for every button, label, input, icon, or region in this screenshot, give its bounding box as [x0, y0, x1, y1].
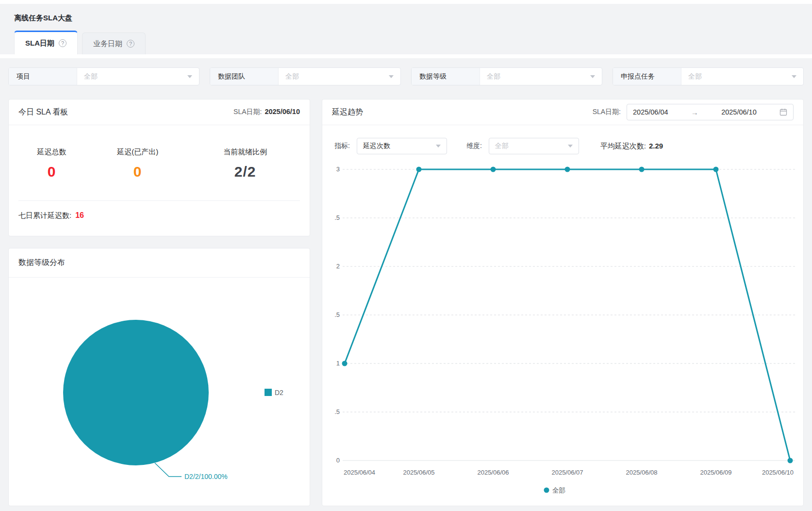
filter-report-task-label: 申报点任务	[613, 68, 681, 85]
filter-data-team-value: 全部	[285, 72, 299, 81]
seven-day-delay: 七日累计延迟数: 16	[9, 201, 310, 230]
y-axis-tick-label: .5	[334, 408, 340, 415]
chevron-down-icon	[590, 75, 595, 78]
stat-value: 0	[9, 164, 95, 180]
sla-date-label: SLA日期:	[233, 108, 262, 115]
filter-report-task-value: 全部	[688, 72, 702, 81]
date-range-picker[interactable]: 2025/06/04 → 2025/06/10	[627, 104, 794, 120]
filter-data-level-value: 全部	[487, 72, 500, 81]
metric-value: 延迟次数	[363, 142, 390, 150]
x-axis-tick-label: 2025/06/04	[344, 469, 375, 476]
distribution-card-title: 数据等级分布	[18, 258, 65, 268]
tab-business-date[interactable]: 业务日期 ?	[82, 33, 146, 54]
stat-total-delay: 延迟总数 0	[9, 148, 95, 180]
stat-delay-produced: 延迟(已产出) 0	[95, 148, 181, 180]
tab-business-date-label: 业务日期	[93, 39, 122, 49]
filter-data-team-select[interactable]: 全部	[279, 68, 400, 85]
pie-legend-label: D2	[275, 389, 283, 396]
filter-data-level-select[interactable]: 全部	[480, 68, 602, 85]
pie-slice-label: D2/2/100.00%	[184, 473, 228, 480]
stat-value: 2/2	[181, 164, 310, 180]
filter-project-label: 项目	[9, 68, 77, 85]
average-delay-value: 2.29	[649, 142, 663, 150]
stat-label: 延迟总数	[9, 148, 95, 157]
delay-trend-line-chart: 3.52.51.502025/06/042025/06/052025/06/06…	[322, 161, 803, 507]
data-point[interactable]	[491, 167, 496, 172]
chevron-down-icon	[436, 145, 441, 148]
y-axis-tick-label: .5	[334, 311, 340, 318]
y-axis-tick-label: 3	[336, 165, 340, 173]
x-axis-tick-label: 2025/06/08	[626, 469, 657, 476]
data-point[interactable]	[565, 167, 570, 172]
arrow-right-icon: →	[691, 108, 698, 116]
stat-label: 延迟(已产出)	[95, 148, 181, 157]
trend-controls: 指标: 延迟次数 维度: 全部 平均延迟次数:2.29	[322, 125, 803, 154]
today-sla-card: 今日 SLA 看板 SLA日期:2025/06/10 延迟总数 0 延迟(已产出…	[8, 99, 310, 236]
y-axis-tick-label: .5	[334, 214, 340, 221]
metric-select[interactable]: 延迟次数	[357, 138, 447, 154]
y-axis-tick-label: 2	[336, 263, 340, 270]
trend-card-title: 延迟趋势	[332, 107, 363, 117]
filter-report-task-select[interactable]: 全部	[681, 68, 803, 85]
calendar-icon[interactable]	[779, 108, 787, 116]
filter-data-level-label: 数据等级	[412, 68, 480, 85]
filter-data-level: 数据等级 全部	[411, 67, 602, 85]
data-point[interactable]	[416, 167, 422, 172]
pie-label-leader-line	[155, 463, 182, 477]
x-axis-tick-label: 2025/06/05	[403, 469, 434, 476]
data-point[interactable]	[639, 167, 645, 172]
top-strip	[0, 0, 812, 4]
x-axis-tick-label: 2025/06/10	[762, 469, 794, 476]
date-range-start[interactable]: 2025/06/04	[633, 108, 668, 116]
data-point[interactable]	[713, 167, 719, 172]
chevron-down-icon	[568, 145, 573, 148]
filter-project-select[interactable]: 全部	[77, 68, 199, 85]
x-axis-tick-label: 2025/06/07	[551, 469, 583, 476]
dimension-label: 维度:	[466, 142, 482, 150]
filter-project: 项目 全部	[8, 67, 199, 85]
filter-bar: 项目 全部 数据团队 全部 数据等级 全部 申报点任务 全部	[0, 58, 812, 85]
tab-content-strip	[0, 54, 812, 58]
stat-label: 当前就绪比例	[181, 148, 310, 157]
metric-label: 指标:	[334, 142, 350, 150]
average-delay-label: 平均延迟次数:	[600, 142, 646, 150]
filter-data-team: 数据团队 全部	[210, 67, 401, 85]
filter-project-value: 全部	[84, 72, 98, 81]
help-icon[interactable]: ?	[127, 40, 134, 48]
chevron-down-icon	[389, 75, 394, 78]
pie-legend-swatch[interactable]	[265, 389, 272, 396]
stat-value: 0	[95, 164, 181, 180]
delay-trend-card: 延迟趋势 SLA日期: 2025/06/04 → 2025/06/10	[322, 99, 804, 506]
data-point[interactable]	[342, 361, 348, 366]
today-card-title: 今日 SLA 看板	[18, 107, 68, 117]
x-axis-tick-label: 2025/06/09	[700, 469, 731, 476]
filter-data-team-label: 数据团队	[210, 68, 279, 85]
trend-date-label: SLA日期:	[593, 108, 621, 116]
stats-row: 延迟总数 0 延迟(已产出) 0 当前就绪比例 2/2	[9, 125, 310, 180]
dimension-select[interactable]: 全部	[489, 138, 579, 154]
line-legend-dot[interactable]	[544, 488, 549, 493]
data-level-pie-chart: D2/2/100.00%D2	[9, 278, 310, 506]
chevron-down-icon	[187, 75, 192, 78]
y-axis-tick-label: 0	[336, 457, 340, 464]
tab-sla-date-label: SLA日期	[25, 39, 54, 48]
date-range-end[interactable]: 2025/06/10	[721, 108, 757, 116]
x-axis-tick-label: 2025/06/06	[477, 469, 509, 476]
line-legend-label: 全部	[552, 487, 565, 494]
seven-day-delay-value: 16	[75, 211, 84, 220]
data-point[interactable]	[788, 458, 793, 463]
page-title: 离线任务SLA大盘	[0, 4, 812, 23]
chevron-down-icon	[792, 75, 796, 78]
help-icon[interactable]: ?	[59, 39, 66, 47]
average-delay: 平均延迟次数:2.29	[600, 142, 663, 151]
sla-date-value: 2025/06/10	[265, 108, 300, 115]
data-level-distribution-card: 数据等级分布 D2/2/100.00%D2	[8, 248, 310, 506]
tab-sla-date[interactable]: SLA日期 ?	[14, 31, 78, 54]
today-sla-date: SLA日期:2025/06/10	[233, 108, 300, 116]
pie-slice-d2[interactable]	[63, 320, 209, 465]
tab-bar: SLA日期 ? 业务日期 ?	[14, 31, 812, 54]
filter-report-task: 申报点任务 全部	[613, 67, 804, 85]
seven-day-delay-label: 七日累计延迟数:	[18, 211, 71, 220]
stat-ready-ratio: 当前就绪比例 2/2	[181, 148, 310, 180]
dimension-value: 全部	[495, 142, 509, 150]
